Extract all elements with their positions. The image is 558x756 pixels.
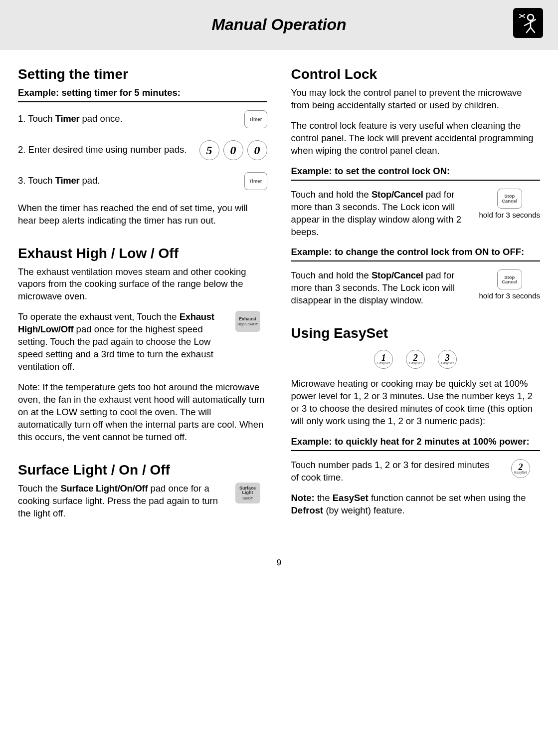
exhaust-note: Note: If the temperature gets too hot ar… (18, 381, 267, 444)
number-pad-5: 5 (199, 140, 219, 160)
control-lock-p1: You may lock the control panel to preven… (291, 87, 541, 112)
lock-off-row: Touch and hold the Stop/Cancel pad for m… (291, 269, 541, 307)
easyset-quick-row: Touch number pads 1, 2 or 3 for desired … (291, 459, 541, 484)
timer-step-1: 1. Touch Timer pad once. Timer (18, 110, 267, 128)
exhaust-section: Exhaust High / Low / Off The exhaust ven… (18, 244, 267, 444)
surface-instruction-row: Touch the Surface Light/On/Off pad once … (18, 483, 267, 520)
manual-operation-icon (513, 8, 543, 38)
exhaust-p1: The exhaust ventilation moves steam and … (18, 266, 267, 303)
timer-step-3-text: 3. Touch Timer pad. (18, 175, 239, 187)
lock-on-row: Touch and hold the Stop/Cancel pad for m… (291, 189, 541, 239)
timer-step-2: 2. Enter desired time using number pads.… (18, 140, 267, 160)
easyset-pads-row: 1EasySet 2EasySet 3EasySet (291, 350, 541, 369)
surface-heading: Surface Light / On / Off (18, 461, 267, 480)
timer-step-3: 3. Touch Timer pad. Timer (18, 172, 267, 190)
easyset-example-header: Example: to quickly heat for 2 minutes a… (291, 436, 541, 451)
stop-cancel-button-icon: Stop Cancel (497, 189, 522, 209)
left-column: Setting the timer Example: setting timer… (18, 65, 267, 537)
main-content: Setting the timer Example: setting timer… (0, 50, 558, 547)
control-lock-section: Control Lock You may lock the control pa… (291, 65, 541, 307)
number-pad-0: 0 (247, 140, 267, 160)
exhaust-instruction-text: To operate the exhaust vent, Touch the E… (18, 311, 221, 373)
setting-timer-heading: Setting the timer (18, 65, 267, 84)
easyset-pad-2: 2EasySet (406, 350, 425, 369)
control-lock-p2: The control lock feature is very useful … (291, 120, 541, 157)
exhaust-instruction-row: To operate the exhaust vent, Touch the E… (18, 311, 267, 373)
control-lock-heading: Control Lock (291, 65, 541, 84)
easyset-quick-text: Touch number pads 1, 2 or 3 for desired … (291, 459, 495, 484)
page-title: Manual Operation (211, 14, 346, 35)
setting-timer-section: Setting the timer Example: setting timer… (18, 65, 267, 227)
easyset-pad-3: 3EasySet (438, 350, 457, 369)
easyset-pad-1: 1EasySet (374, 350, 393, 369)
timer-button-icon: Timer (244, 172, 267, 190)
page-number: 9 (0, 557, 558, 569)
lock-off-text: Touch and hold the Stop/Cancel pad for m… (291, 269, 472, 307)
stop-cancel-button-icon: Stop Cancel (497, 269, 522, 289)
hold-caption: hold for 3 seconds (479, 211, 540, 220)
timer-example-header: Example: setting timer for 5 minutes: (18, 87, 267, 102)
svg-point-0 (528, 14, 534, 20)
exhaust-heading: Exhaust High / Low / Off (18, 244, 267, 263)
exhaust-button-icon: Exhaust High/Low/Off (235, 311, 260, 332)
easyset-pad-2-icon: 2EasySet (511, 459, 530, 478)
easyset-p1: Microwave heating or cooking may be quic… (291, 378, 541, 428)
surface-light-section: Surface Light / On / Off Touch the Surfa… (18, 461, 267, 520)
lock-off-example-header: Example: to change the control lock from… (291, 246, 541, 261)
surface-light-button-icon: Surface Light On/Off (235, 483, 260, 504)
easyset-note: Note: the EasySet function cannot be set… (291, 492, 541, 517)
number-pad-0: 0 (223, 140, 243, 160)
page-header: Manual Operation (0, 0, 558, 50)
surface-instruction-text: Touch the Surface Light/On/Off pad once … (18, 483, 221, 520)
easyset-heading: Using EasySet (291, 324, 541, 343)
timer-button-icon: Timer (244, 110, 267, 128)
hold-caption: hold for 3 seconds (479, 291, 540, 300)
timer-step-1-text: 1. Touch Timer pad once. (18, 113, 239, 125)
lock-on-text: Touch and hold the Stop/Cancel pad for m… (291, 189, 472, 239)
easyset-section: Using EasySet 1EasySet 2EasySet 3EasySet… (291, 324, 541, 517)
lock-on-example-header: Example: to set the control lock ON: (291, 165, 541, 181)
timer-after-text: When the timer has reached the end of se… (18, 202, 267, 227)
timer-step-2-text: 2. Enter desired time using number pads. (18, 144, 194, 156)
right-column: Control Lock You may lock the control pa… (291, 65, 541, 537)
